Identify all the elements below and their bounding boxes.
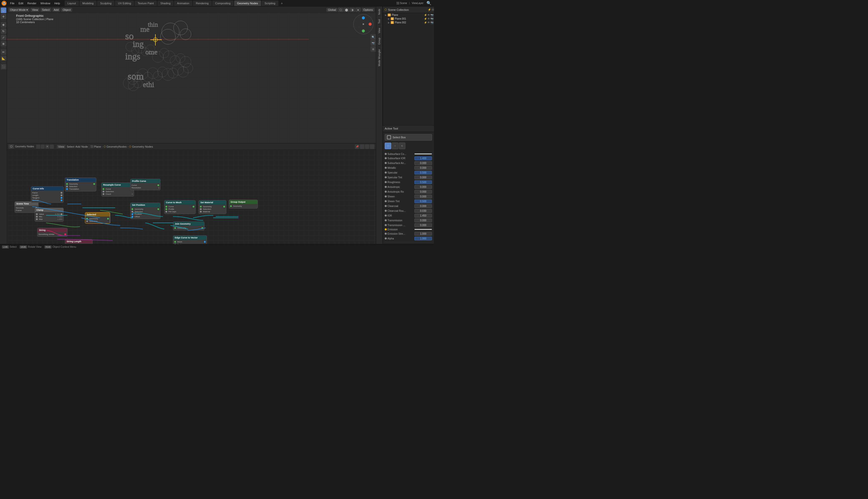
funnel-icon[interactable]: ⊟ xyxy=(432,8,434,11)
tool-measure[interactable]: 📐 xyxy=(1,56,6,61)
node-curve-info[interactable]: Curve Info Factor Length xyxy=(31,186,64,203)
breadcrumb-select-btn[interactable]: Select xyxy=(67,145,74,148)
prop-specular-socket[interactable] xyxy=(385,171,387,173)
camera-btn[interactable]: 📷 xyxy=(370,40,376,46)
prop-emission-socket[interactable] xyxy=(385,228,387,230)
sel-sel-in[interactable] xyxy=(86,220,88,222)
tool-lasso-btn[interactable]: ⊂ xyxy=(399,143,405,149)
gizmo-circle[interactable] xyxy=(353,14,373,34)
geom-in-socket[interactable] xyxy=(66,183,68,185)
gizmo-y-axis[interactable] xyxy=(362,29,365,33)
menu-edit[interactable]: Edit xyxy=(16,1,25,5)
jg-geom-out[interactable] xyxy=(201,227,203,229)
clamp-max-in[interactable] xyxy=(36,218,38,220)
prop-subsurface-ior-value[interactable]: 1.400 xyxy=(414,156,432,160)
plane-eye-icon[interactable]: 👁 xyxy=(427,14,430,16)
tool-rect-btn[interactable]: ◻ xyxy=(385,143,391,149)
normal-socket[interactable] xyxy=(61,199,62,201)
plane001-render-icon[interactable]: 📷 xyxy=(431,17,434,20)
wireframe-btn[interactable]: ⬡ xyxy=(338,8,344,12)
sm-mat-in[interactable] xyxy=(200,211,202,212)
prop-emission-str-value[interactable]: 1.000 xyxy=(414,232,432,236)
sp-offset-in[interactable] xyxy=(132,216,133,218)
node-view-btn[interactable] xyxy=(360,144,364,149)
tool-cursor[interactable]: ✛ xyxy=(1,14,6,20)
grid-btn[interactable]: ⊞ xyxy=(370,46,376,52)
sp-sel-in[interactable] xyxy=(132,211,133,212)
tool-add-cube[interactable]: ⬛ xyxy=(1,64,6,70)
length-socket[interactable] xyxy=(61,194,62,196)
prop-alpha-socket[interactable] xyxy=(385,238,387,240)
tool-rotate[interactable]: ↻ xyxy=(1,28,6,34)
factor-socket[interactable] xyxy=(61,192,62,194)
prop-transmission-r-socket[interactable] xyxy=(385,224,387,226)
tab-rendering[interactable]: Rendering xyxy=(193,0,212,6)
scene-item-plane-002[interactable]: ▶ ▽ Plane.002 ⚡ 👁 📷 xyxy=(383,21,434,24)
prop-sheen-value[interactable]: 0.000 xyxy=(414,195,432,198)
global-selector[interactable]: Global xyxy=(326,8,337,12)
tool-annotate[interactable]: ✏ xyxy=(1,49,6,55)
prop-ior-socket[interactable] xyxy=(385,215,387,217)
tool-transform[interactable]: ⊕ xyxy=(1,41,6,47)
node-curve-to-mesh[interactable]: Curve to Mesh Curve Profile xyxy=(164,200,196,214)
node-canvas[interactable]: .conn-green { fill: none; stroke: #4caf5… xyxy=(7,150,376,244)
scene-item-plane[interactable]: ▶ ▽ Plane ⚡ 👁 📷 xyxy=(383,13,434,17)
render-btn[interactable]: ● xyxy=(355,8,361,12)
menu-window[interactable]: Window xyxy=(38,1,52,5)
prop-anisotropic-value[interactable]: 0.000 xyxy=(414,185,432,189)
node-string[interactable]: String Something similar xyxy=(37,228,67,237)
tool-tab[interactable]: Tool xyxy=(377,17,382,26)
node-resample[interactable]: Resample Curve Curve Selection xyxy=(101,183,134,196)
sm-geom-in[interactable] xyxy=(200,206,202,207)
prop-subsurface-an-socket[interactable] xyxy=(385,162,387,164)
view-menu-btn[interactable]: View xyxy=(30,8,39,12)
prop-sheen-socket[interactable] xyxy=(385,195,387,197)
r-count-in[interactable] xyxy=(102,193,104,195)
node-group-output[interactable]: Group Output Geometry xyxy=(229,200,258,208)
tool-name-display[interactable]: Select Box xyxy=(385,134,432,141)
menu-help[interactable]: Help xyxy=(52,1,62,5)
node-combine-xyz[interactable]: Translation Geometry Selection xyxy=(65,178,96,191)
tab-uv-editing[interactable]: UV Editing xyxy=(115,0,134,6)
prop-emission-str-socket[interactable] xyxy=(385,233,387,235)
breadcrumb-plane[interactable]: Plane xyxy=(94,145,101,148)
node-editor-type-btn[interactable]: ⬡ xyxy=(9,144,14,149)
go-geom-in[interactable] xyxy=(230,205,232,207)
prop-transmission-socket[interactable] xyxy=(385,219,387,221)
prop-specular-tint-socket[interactable] xyxy=(385,176,387,178)
select-menu-btn[interactable]: Select xyxy=(40,8,51,12)
tool-scale[interactable]: ⤢ xyxy=(1,35,6,40)
node-clamp[interactable]: Clamp Value 0.500 Min xyxy=(35,208,64,222)
ctm-geom-out[interactable] xyxy=(193,206,194,207)
plane001-restrict-icon[interactable]: ⚡ xyxy=(424,17,427,20)
solid-btn[interactable]: ⬤ xyxy=(344,8,349,12)
mode-selector[interactable]: Object Mode ▾ xyxy=(9,8,29,12)
clamp-val-in[interactable] xyxy=(36,213,38,215)
tool-select-box[interactable]: ◻ xyxy=(1,8,6,13)
plane001-eye-icon[interactable]: 👁 xyxy=(427,17,430,20)
menu-file[interactable]: File xyxy=(8,1,16,5)
geom-out-socket[interactable] xyxy=(93,183,95,185)
add-workspace-btn[interactable]: + xyxy=(280,1,284,5)
pc-curve-out[interactable] xyxy=(158,184,159,186)
plane-render-icon[interactable]: 📷 xyxy=(431,14,434,16)
prop-anisotropic-socket[interactable] xyxy=(385,186,387,188)
gizmo-x-axis[interactable] xyxy=(369,23,372,26)
collapse-icon[interactable] xyxy=(50,145,54,149)
copy-icon[interactable] xyxy=(41,145,45,149)
prop-specular-tint-value[interactable]: 0.000 xyxy=(414,175,432,179)
prop-subsurface-an-value[interactable]: 0.000 xyxy=(414,161,432,165)
scene-item-plane-001[interactable]: ▶ ▽ Plane.001 ⚡ 👁 📷 xyxy=(383,17,434,21)
blender-logo[interactable]: 🐼 xyxy=(1,1,7,6)
tab-scripting[interactable]: Scripting xyxy=(261,0,278,6)
viewport-canvas[interactable]: so me ing thin ings ome som ethi xyxy=(7,7,376,143)
tangent-socket[interactable] xyxy=(61,197,62,199)
node-display-btn[interactable] xyxy=(365,144,369,149)
breadcrumb-add-btn[interactable]: Add xyxy=(75,145,80,148)
sp-pos-in[interactable] xyxy=(132,213,133,215)
viewport-gizmo[interactable] xyxy=(353,14,373,34)
tab-compositing[interactable]: Compositing xyxy=(212,0,234,6)
prop-subsurface-color-value[interactable] xyxy=(414,154,432,155)
prop-anisotropic-ro-socket[interactable] xyxy=(385,191,387,193)
prop-alpha-value[interactable]: 1.000 xyxy=(414,237,432,241)
